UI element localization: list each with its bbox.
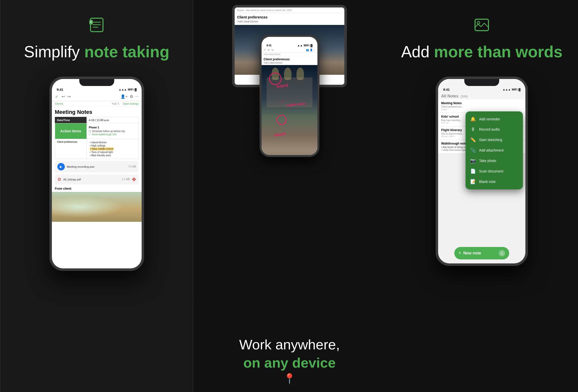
phone-mockup-1: 9:41 ▲▲▲ WiFi ▓ ✓ ↩ ↪ 👤+ ⚙ ··· — [49, 77, 144, 271]
menu-item-take-photo[interactable]: 📷 Take photo — [466, 156, 523, 166]
pref-4: • Tons of natural light — [90, 151, 136, 154]
note-icon-menu: 📝 — [470, 179, 476, 184]
note-list-item-1[interactable]: Meeting Notes Client preferences... onwo… — [438, 99, 525, 113]
signal-icon: ▲▲▲ — [119, 88, 127, 91]
panel-more-than-words: Add more than words 9:41 ▲▲▲ WiFi ▓ All … — [386, 0, 578, 392]
pref-5: • Bike-friendly area — [90, 154, 136, 157]
redo-icon[interactable]: ↪ — [67, 94, 71, 99]
menu-item-record-audio[interactable]: 🎙 Record audio — [466, 124, 523, 135]
phone-notch-1 — [79, 79, 114, 86]
kitchen-photo: Island Lights here Island ↓ — [262, 65, 317, 155]
circle-annotation-1 — [269, 73, 282, 85]
annotation-island-2: Island — [274, 132, 286, 138]
toolbar-right-icons: 👤+ ⚙ ··· — [120, 94, 139, 99]
menu-item-blank-note[interactable]: 📝 Blank note — [466, 176, 523, 187]
bell-icon: 🔔 — [470, 116, 476, 122]
menu-item-scan[interactable]: 📄 Scan document — [466, 166, 523, 176]
more-icon[interactable]: ··· — [135, 94, 138, 99]
audio-filename: Meeting-recording.wav — [67, 165, 126, 168]
menu-label-scan: Scan document — [479, 169, 503, 173]
checkbox-1: ☐ Schedule follow up before trip. — [89, 130, 136, 133]
pdf-filename: All_listings.pdf — [63, 178, 120, 181]
room-photo — [52, 192, 142, 222]
sketch-icon: ✏️ — [470, 137, 476, 143]
panel1-heading: Simplify note taking — [24, 42, 169, 62]
paperclip-icon: 📎 — [470, 148, 476, 153]
notes-list-header: All Notes (104) — [438, 92, 525, 99]
tablet-header: Buyers last edited by Jamie Scott on Mar… — [235, 7, 344, 13]
menu-label-reminder: Add reminder — [479, 117, 500, 121]
audio-size: 7.5 MB — [128, 165, 136, 168]
pref-3: • Near middle school — [90, 148, 136, 150]
breadcrumb-1: Clients Yuki T. Open listings — [52, 101, 142, 106]
from-client-label: From client: — [52, 185, 142, 192]
status-bar-2: 9:41 ▲▲ WiFi ▓ — [262, 37, 317, 47]
panel2-bottom-text: Work anywhere, on any device — [239, 336, 340, 372]
table-cell-datetime: 4-19 / 11:00 a.m. — [87, 117, 139, 123]
new-note-chevron[interactable]: ∧ — [499, 250, 505, 256]
tablet-breadcrumb: Buyers — [237, 9, 244, 11]
new-note-bar[interactable]: + New note ∧ — [454, 247, 509, 259]
app-toolbar-1: ✓ ↩ ↪ 👤+ ⚙ ··· — [52, 92, 142, 101]
phone2-note-title: Client preferences — [262, 56, 317, 62]
image-icon — [472, 15, 492, 35]
pdf-attachment[interactable]: ⚙ All_listings.pdf 1.2 MB ✤ — [55, 174, 139, 184]
mic-icon: 🎙 — [470, 127, 476, 132]
menu-label-audio: Record audio — [479, 127, 500, 131]
wifi-icon: WiFi — [128, 88, 134, 91]
play-button[interactable]: ▶ — [57, 163, 65, 170]
prefs-list-cell: • Island kitchen • High ceilings • Near … — [87, 139, 139, 159]
battery-icon-3: ▓ — [518, 88, 520, 91]
menu-item-add-reminder[interactable]: 🔔 Add reminder — [466, 114, 523, 124]
phone2-toolbar: ✓ ↩ ↪ 👥 👤 ··· — [262, 47, 317, 53]
pref-1: • Island kitchen — [90, 141, 136, 144]
signal-icon-3: ▲▲▲ — [502, 88, 511, 91]
note-taking-icon — [87, 15, 107, 35]
add-person-icon[interactable]: 👤+ — [120, 94, 128, 99]
pdf-size: 1.2 MB — [122, 178, 130, 181]
undo-redo-icons: ↩ ↪ — [62, 94, 71, 99]
phone-notch-3 — [464, 79, 499, 86]
check-icon[interactable]: ✓ — [55, 94, 59, 99]
checkbox-2: ✓ Send walkthrough info. — [89, 133, 136, 136]
checkbox-unchecked-icon: ☐ — [89, 130, 91, 133]
action-menu: 🔔 Add reminder 🎙 Record audio ✏️ Start s… — [466, 111, 523, 189]
settings-icon[interactable]: ⚙ — [130, 94, 133, 99]
check-icon-2: ✓ — [264, 48, 266, 52]
all-notes-label: All Notes (104) — [441, 94, 468, 98]
panel2-heading-line1: Work anywhere, — [239, 336, 340, 354]
svg-rect-4 — [89, 20, 93, 24]
audio-attachment[interactable]: ▶ Meeting-recording.wav 7.5 MB — [55, 161, 139, 172]
status-time-2: 9:41 — [267, 44, 272, 47]
wifi-icon-3: WiFi — [512, 88, 517, 91]
table-header-datetime: Date/Time — [55, 117, 87, 123]
note-table-1: Date/Time 4-19 / 11:00 a.m. Action Items… — [55, 117, 139, 159]
undo-icon[interactable]: ↩ — [62, 94, 65, 99]
redo-icon-2: ↪ — [271, 48, 274, 52]
panel-anywhere: Buyers last edited by Jamie Scott on Mar… — [193, 0, 385, 392]
status-icons-3: ▲▲▲ WiFi ▓ — [502, 88, 520, 91]
undo-icon-2: ↩ — [268, 48, 270, 52]
phone-screen-2: 9:41 ▲▲ WiFi ▓ ✓ ↩ ↪ 👥 👤 ··· Yuki's idea… — [262, 37, 317, 155]
menu-label-sketch: Start sketching — [479, 138, 502, 142]
phase-title: Phase 1 — [89, 126, 136, 129]
checkbox-checked-icon: ✓ — [89, 133, 91, 136]
status-icons-2: ▲▲ WiFi ▓ — [297, 44, 312, 47]
phase-content: Phase 1 ☐ Schedule follow up before trip… — [89, 125, 136, 137]
menu-item-attachment[interactable]: 📎 Add attachment — [466, 145, 523, 156]
action-items-cell: Action Items — [55, 123, 87, 139]
note-item-1-title: Meeting Notes — [441, 101, 522, 105]
menu-label-attachment: Add attachment — [479, 148, 503, 152]
phone-screen-3: 9:41 ▲▲▲ WiFi ▓ All Notes (104) Meeting … — [438, 79, 525, 263]
tablet-last-edited: last edited by Jamie Scott on March 3rd,… — [246, 9, 292, 11]
pref-2: • High ceilings — [90, 144, 136, 147]
phone-screen-1: 9:41 ▲▲▲ WiFi ▓ ✓ ↩ ↪ 👤+ ⚙ ··· — [52, 79, 142, 268]
note-item-1-subtext: onwor... — [441, 108, 522, 111]
menu-item-sketch[interactable]: ✏️ Start sketching — [466, 135, 523, 145]
phone2-breadcrumb: Yuki's ideal kitchen — [262, 53, 317, 56]
phone-mockup-2: 9:41 ▲▲ WiFi ▓ ✓ ↩ ↪ 👥 👤 ··· Yuki's idea… — [260, 35, 319, 157]
camera-icon: 📷 — [470, 158, 476, 163]
breadcrumb-clients[interactable]: Clients — [55, 102, 63, 105]
phone2-subtitle: Yuki's ideal kitchen — [262, 62, 317, 65]
chevron-up-icon: ∧ — [501, 251, 503, 255]
